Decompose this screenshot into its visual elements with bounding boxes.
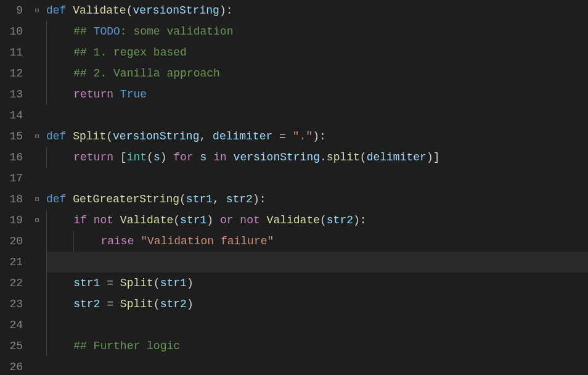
function-call: Split: [120, 277, 153, 289]
line-number: 13: [6, 84, 23, 105]
code-line[interactable]: [46, 105, 588, 126]
code-line[interactable]: ## TODO: some validation: [46, 21, 588, 42]
code-line[interactable]: raise "Validation failure": [46, 231, 588, 252]
variable: versionString: [234, 151, 320, 163]
lbracket: [: [120, 151, 127, 163]
code-line[interactable]: ## 2. Vanilla approach: [46, 63, 588, 84]
rparen: ): [312, 130, 319, 142]
builtin-int: int: [127, 151, 147, 163]
param: str2: [226, 193, 253, 205]
colon: :: [360, 214, 367, 226]
line-number: 11: [6, 42, 23, 63]
string-literal: ".": [293, 130, 312, 142]
keyword-def: def: [46, 193, 66, 205]
function-name: GetGreaterString: [73, 193, 179, 205]
rparen: ): [187, 277, 194, 289]
keyword-return: return: [73, 88, 113, 101]
line-number: 16: [6, 147, 23, 168]
todo-keyword: TODO: [94, 25, 120, 38]
lparen: (: [320, 214, 327, 226]
colon: :: [259, 193, 266, 205]
code-line[interactable]: return [int(s) for s in versionString.sp…: [46, 147, 588, 168]
rparen: ): [206, 214, 213, 226]
code-line[interactable]: [46, 356, 588, 375]
code-line[interactable]: return True: [46, 84, 588, 105]
param: versionString: [113, 130, 199, 142]
line-number: 17: [6, 168, 23, 189]
fold-collapse-icon[interactable]: ⊟: [35, 0, 39, 21]
code-line[interactable]: if not Validate(str1) or not Validate(st…: [46, 210, 588, 231]
code-line[interactable]: str2 = Split(str2): [46, 294, 588, 315]
line-number: 21: [6, 252, 23, 273]
keyword-not: not: [94, 214, 113, 226]
lparen: (: [153, 277, 160, 289]
line-number: 20: [6, 231, 23, 252]
dot-op: .: [320, 151, 327, 163]
function-call: Split: [120, 298, 153, 310]
code-editor[interactable]: 9 10 11 12 13 14 15 16 17 18 19 20 21 22…: [0, 0, 588, 375]
line-number: 10: [6, 21, 23, 42]
code-area[interactable]: def Validate(versionString): ## TODO: so…: [46, 0, 588, 375]
line-number: 24: [6, 315, 23, 336]
keyword-in: in: [213, 151, 227, 163]
constant-true: True: [120, 88, 147, 101]
lparen: (: [179, 193, 186, 205]
code-line[interactable]: def Split(versionString, delimiter = "."…: [46, 126, 588, 147]
comment-text: ## 1. regex based: [73, 46, 187, 59]
variable: str1: [180, 214, 206, 226]
variable: delimiter: [367, 151, 427, 163]
code-line[interactable]: ## Further logic: [46, 336, 588, 356]
fold-collapse-icon[interactable]: ⊟: [35, 126, 39, 147]
code-line[interactable]: str1 = Split(str1): [46, 273, 588, 294]
string-literal: "Validation failure": [141, 235, 274, 247]
rparen: ): [253, 193, 259, 205]
lparen: (: [173, 214, 180, 226]
colon: :: [226, 4, 233, 17]
code-line[interactable]: [46, 168, 588, 189]
code-line[interactable]: [46, 315, 588, 336]
code-line[interactable]: ## 1. regex based: [46, 42, 588, 63]
comma: ,: [199, 130, 213, 142]
param: delimiter: [213, 130, 272, 142]
code-line[interactable]: def GetGreaterString(str1, str2):: [46, 189, 588, 210]
line-number: 25: [6, 336, 23, 356]
comment-text: : some validation: [120, 25, 234, 38]
comma: ,: [213, 193, 226, 205]
fold-collapse-icon[interactable]: ⊟: [35, 189, 39, 210]
variable: s: [153, 151, 160, 163]
keyword-def: def: [46, 130, 66, 142]
variable: str2: [73, 298, 100, 310]
function-name: Split: [73, 130, 106, 142]
assign-op: =: [272, 130, 292, 142]
rparen: ): [219, 4, 226, 17]
variable: str2: [160, 298, 187, 310]
assign-op: =: [100, 298, 120, 310]
line-number: 12: [6, 63, 23, 84]
code-line[interactable]: def Validate(versionString):: [46, 0, 588, 21]
variable: str2: [327, 214, 353, 226]
line-number: 22: [6, 273, 23, 294]
rparen: ): [427, 151, 433, 163]
line-number: 15: [6, 126, 23, 147]
function-name: Validate: [73, 4, 126, 17]
keyword-for: for: [173, 151, 193, 163]
line-number: 18: [6, 189, 23, 210]
variable: str1: [160, 277, 187, 289]
line-number: 14: [6, 105, 23, 126]
lparen: (: [126, 4, 133, 17]
lparen: (: [147, 151, 153, 163]
keyword-not: not: [240, 214, 259, 226]
keyword-return: return: [73, 151, 113, 163]
line-number: 23: [6, 294, 23, 315]
line-number: 9: [6, 0, 23, 21]
comment-text: ## Further logic: [73, 340, 180, 352]
param: str1: [186, 193, 213, 205]
param: versionString: [133, 4, 219, 17]
method-split: split: [327, 151, 360, 163]
code-line-active[interactable]: [46, 252, 588, 273]
line-number: 19: [6, 210, 23, 231]
variable: s: [200, 151, 207, 163]
fold-collapse-icon[interactable]: ⊟: [35, 210, 39, 231]
keyword-def: def: [46, 4, 66, 17]
assign-op: =: [100, 277, 120, 289]
